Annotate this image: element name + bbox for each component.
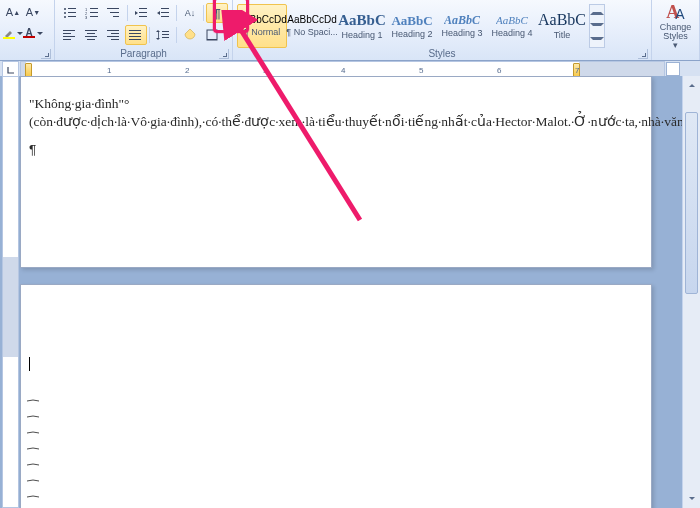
vertical-ruler[interactable] — [2, 76, 19, 508]
svg-point-4 — [64, 16, 66, 18]
svg-rect-28 — [87, 39, 95, 40]
svg-rect-1 — [68, 8, 76, 9]
style-heading-1[interactable]: AaBbCHeading 1 — [337, 4, 387, 48]
font-color-button[interactable]: A — [24, 24, 42, 42]
view-ruler-toggle[interactable] — [666, 62, 680, 76]
page-2-cursor-line[interactable] — [21, 355, 651, 383]
svg-rect-17 — [139, 16, 147, 17]
svg-rect-42 — [207, 39, 217, 40]
styles-group: AaBbCcDd¶ NormalAaBbCcDd¶ No Spaci...AaB… — [233, 0, 652, 60]
svg-rect-21 — [63, 30, 75, 31]
page-1[interactable]: "Không·gia·đình"°(còn·được·dịch·là·Vô·gi… — [20, 76, 652, 268]
vertical-scrollbar[interactable] — [682, 76, 700, 508]
paragraph-group-label: Paragraph — [55, 48, 232, 60]
highlight-color-button[interactable] — [4, 24, 22, 42]
style-heading-4[interactable]: AaBbCHeading 4 — [487, 4, 537, 48]
borders-button[interactable] — [201, 25, 223, 45]
grow-font-button[interactable]: A▲ — [4, 3, 22, 21]
svg-point-0 — [64, 8, 66, 10]
svg-rect-39 — [162, 34, 169, 35]
svg-rect-35 — [129, 36, 141, 37]
font-group-tail: A▲ A▼ A — [0, 0, 55, 60]
svg-rect-11 — [90, 16, 98, 17]
change-styles-button[interactable]: AA Change Styles ▾ — [652, 0, 700, 60]
svg-rect-36 — [129, 39, 141, 40]
svg-rect-5 — [68, 16, 76, 17]
justify-button[interactable] — [125, 25, 147, 45]
text-cursor — [29, 357, 30, 371]
svg-rect-16 — [139, 12, 147, 13]
style-heading-3[interactable]: AaBbCHeading 3 — [437, 4, 487, 48]
svg-rect-20 — [161, 16, 169, 17]
numbering-button[interactable]: 123 — [81, 3, 103, 23]
line-spacing-button[interactable] — [152, 25, 174, 45]
scroll-up-button[interactable] — [683, 76, 700, 92]
align-left-button[interactable] — [59, 25, 81, 45]
style-title[interactable]: AaBbCTitle — [537, 4, 587, 48]
gallery-up-button[interactable] — [590, 5, 604, 19]
svg-rect-18 — [161, 8, 169, 9]
styles-dialog-launcher[interactable] — [638, 49, 648, 59]
svg-rect-7 — [90, 8, 98, 9]
svg-rect-27 — [85, 36, 97, 37]
shading-button[interactable] — [179, 25, 201, 45]
svg-rect-38 — [162, 31, 169, 32]
ribbon: A▲ A▼ A 123 — [0, 0, 700, 61]
font-dialog-launcher[interactable] — [41, 49, 51, 59]
svg-rect-41 — [207, 30, 217, 40]
svg-point-2 — [64, 12, 66, 14]
change-styles-icon: AA — [666, 2, 684, 23]
svg-rect-22 — [63, 33, 71, 34]
paragraph-dialog-launcher[interactable] — [219, 49, 229, 59]
paragraph-group: 123 A↓ ¶ Paragraph — [55, 0, 233, 60]
align-right-button[interactable] — [103, 25, 125, 45]
svg-rect-40 — [162, 37, 169, 38]
svg-rect-33 — [129, 30, 141, 31]
bullets-button[interactable] — [59, 3, 81, 23]
svg-rect-9 — [90, 12, 98, 13]
horizontal-ruler[interactable]: 1234567 — [20, 61, 665, 77]
svg-rect-13 — [110, 12, 119, 13]
shrink-font-button[interactable]: A▼ — [24, 3, 42, 21]
svg-rect-37 — [158, 32, 159, 38]
scrollbar-track[interactable] — [683, 92, 700, 492]
gallery-down-button[interactable] — [590, 19, 604, 33]
gallery-more-button[interactable] — [590, 33, 604, 47]
styles-gallery[interactable]: AaBbCcDd¶ NormalAaBbCcDd¶ No Spaci...AaB… — [237, 3, 587, 48]
svg-rect-23 — [63, 36, 75, 37]
svg-rect-25 — [85, 30, 97, 31]
decrease-indent-button[interactable] — [130, 3, 152, 23]
svg-rect-32 — [111, 39, 119, 40]
sort-button[interactable]: A↓ — [179, 3, 201, 23]
show-hide-pilcrow-button[interactable]: ¶ — [206, 3, 228, 23]
style--no-spaci-[interactable]: AaBbCcDd¶ No Spaci... — [287, 4, 337, 48]
svg-rect-29 — [107, 30, 119, 31]
left-indent-marker[interactable] — [25, 63, 32, 77]
align-center-button[interactable] — [81, 25, 103, 45]
svg-rect-30 — [111, 33, 119, 34]
styles-gallery-scroll[interactable] — [589, 4, 605, 48]
svg-rect-24 — [63, 39, 71, 40]
document-empty-paragraph[interactable]: ¶ — [21, 141, 651, 169]
multilevel-list-button[interactable] — [103, 3, 125, 23]
page-2-margin-marks — [25, 397, 41, 508]
style-heading-2[interactable]: AaBbCHeading 2 — [387, 4, 437, 48]
increase-indent-button[interactable] — [152, 3, 174, 23]
svg-rect-31 — [107, 36, 119, 37]
svg-rect-15 — [139, 8, 147, 9]
page-2[interactable] — [20, 284, 652, 508]
style--normal[interactable]: AaBbCcDd¶ Normal — [237, 4, 287, 48]
svg-rect-3 — [68, 12, 76, 13]
scroll-down-button[interactable] — [683, 492, 700, 508]
styles-group-label: Styles — [233, 48, 651, 60]
svg-rect-12 — [107, 8, 119, 9]
svg-rect-14 — [113, 16, 119, 17]
svg-rect-26 — [87, 33, 95, 34]
document-paragraph-1[interactable]: "Không·gia·đình"°(còn·được·dịch·là·Vô·gi… — [21, 77, 651, 141]
svg-rect-34 — [129, 33, 141, 34]
svg-text:3: 3 — [85, 15, 88, 19]
document-workspace: "Không·gia·đình"°(còn·được·dịch·là·Vô·gi… — [0, 76, 700, 508]
scrollbar-thumb[interactable] — [685, 112, 698, 294]
svg-rect-19 — [161, 12, 169, 13]
